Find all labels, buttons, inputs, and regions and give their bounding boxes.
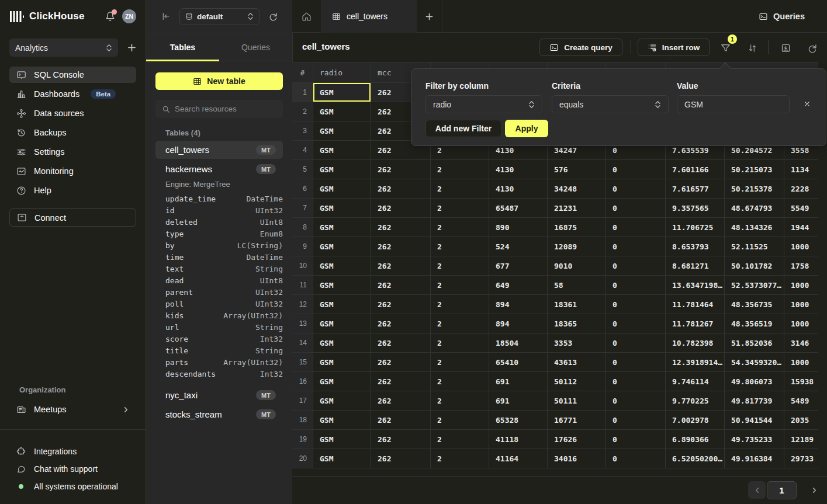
grid-cell[interactable]: 0 <box>606 391 666 411</box>
column-header-radio[interactable]: radio <box>313 62 371 83</box>
collapse-panel-button[interactable] <box>161 12 171 21</box>
grid-cell[interactable]: 2 <box>431 179 489 199</box>
grid-cell[interactable]: 2 <box>431 449 489 468</box>
grid-cell[interactable]: 16771 <box>548 411 606 430</box>
grid-cell[interactable]: 34016 <box>548 449 606 468</box>
grid-cell[interactable]: 262 <box>371 411 431 430</box>
table-item-stocks-stream[interactable]: stocks_streamMT <box>155 405 283 423</box>
grid-cell[interactable]: GSM <box>313 199 371 218</box>
grid-cell[interactable]: GSM <box>313 333 371 353</box>
sidebar-item-help[interactable]: Help <box>9 182 136 199</box>
grid-cell[interactable]: 2 <box>431 430 489 449</box>
grid-cell[interactable]: GSM <box>313 411 371 430</box>
table-item-hackernews[interactable]: hackernewsMT <box>155 160 283 178</box>
grid-cell[interactable]: 262 <box>371 449 431 468</box>
grid-cell[interactable]: GSM <box>313 372 371 391</box>
grid-cell[interactable]: GSM <box>313 353 371 372</box>
grid-cell[interactable]: 50.101782 <box>725 256 784 276</box>
apply-filter-button[interactable]: Apply <box>505 120 548 137</box>
grid-cell[interactable]: 50.215073 <box>725 160 784 179</box>
grid-cell[interactable]: 0 <box>606 411 666 430</box>
grid-cell[interactable]: GSM <box>313 83 371 102</box>
grid-cell[interactable]: 21231 <box>548 199 606 218</box>
grid-cell[interactable]: 4130 <box>489 160 548 179</box>
download-button[interactable] <box>778 42 793 54</box>
grid-cell[interactable]: GSM <box>313 160 371 179</box>
grid-cell[interactable]: 0 <box>606 353 666 372</box>
grid-cell[interactable]: 8.653793 <box>666 237 725 256</box>
tab-queries[interactable]: Queries <box>219 33 292 61</box>
grid-cell[interactable]: GSM <box>313 314 371 333</box>
grid-cell[interactable]: 17626 <box>548 430 606 449</box>
grid-cell[interactable]: 12189 <box>784 430 818 449</box>
grid-cell[interactable]: 0 <box>606 179 666 199</box>
grid-cell[interactable]: 262 <box>371 295 431 314</box>
grid-cell[interactable]: 41164 <box>489 449 548 468</box>
grid-cell[interactable]: 58 <box>548 276 606 295</box>
grid-cell[interactable]: 52.11525 <box>725 237 784 256</box>
grid-cell[interactable]: 48.134326 <box>725 218 784 237</box>
grid-cell[interactable]: 50111 <box>548 391 606 411</box>
grid-cell[interactable]: 43613 <box>548 353 606 372</box>
grid-cell[interactable]: 1134 <box>784 160 818 179</box>
grid-cell[interactable]: 11.781267 <box>666 314 725 333</box>
grid-cell[interactable]: 0 <box>606 276 666 295</box>
grid-cell[interactable]: 2 <box>431 160 489 179</box>
grid-cell[interactable]: 6.890366 <box>666 430 725 449</box>
grid-cell[interactable]: 2 <box>431 276 489 295</box>
grid-cell[interactable]: 890 <box>489 218 548 237</box>
table-item-nyc-taxi[interactable]: nyc_taxiMT <box>155 386 283 404</box>
insert-row-button[interactable]: Insert row <box>638 39 710 56</box>
grid-cell[interactable]: 65487 <box>489 199 548 218</box>
grid-cell[interactable]: 262 <box>371 372 431 391</box>
grid-cell[interactable]: 7.601166 <box>666 160 725 179</box>
filter-criteria-select[interactable]: equals <box>552 95 669 113</box>
grid-cell[interactable]: 0 <box>606 199 666 218</box>
avatar[interactable]: ZN <box>122 9 136 23</box>
grid-cell[interactable]: 262 <box>371 218 431 237</box>
filter-column-select[interactable]: radio <box>425 95 542 113</box>
current-page[interactable]: 1 <box>767 481 797 499</box>
grid-cell[interactable]: 2035 <box>784 411 818 430</box>
grid-cell[interactable]: 1944 <box>784 218 818 237</box>
grid-cell[interactable]: 0 <box>606 237 666 256</box>
grid-cell[interactable]: 0 <box>606 449 666 468</box>
database-select[interactable]: default <box>179 8 259 25</box>
grid-cell[interactable]: GSM <box>313 276 371 295</box>
grid-cell[interactable]: 894 <box>489 295 548 314</box>
grid-cell[interactable]: GSM <box>313 141 371 160</box>
grid-cell[interactable]: 9.770225 <box>666 391 725 411</box>
grid-cell[interactable]: 524 <box>489 237 548 256</box>
grid-cell[interactable]: 5489 <box>784 391 818 411</box>
grid-cell[interactable]: 262 <box>371 276 431 295</box>
grid-cell[interactable]: 10.782398 <box>666 333 725 353</box>
grid-cell[interactable]: 9.746114 <box>666 372 725 391</box>
workspace-select[interactable]: Analytics <box>9 39 118 57</box>
sidebar-item-backups[interactable]: Backups <box>9 124 136 141</box>
grid-cell[interactable]: 691 <box>489 372 548 391</box>
tab-tables[interactable]: Tables <box>146 33 219 61</box>
create-query-button[interactable]: Create query <box>539 39 622 56</box>
grid-cell[interactable]: GSM <box>313 102 371 121</box>
grid-cell[interactable]: 2 <box>431 256 489 276</box>
sidebar-item-data-sources[interactable]: Data sources <box>9 105 136 121</box>
grid-cell[interactable]: 8.681271 <box>666 256 725 276</box>
home-tab-button[interactable] <box>292 0 321 33</box>
grid-cell[interactable]: GSM <box>313 295 371 314</box>
grid-cell[interactable]: 0 <box>606 218 666 237</box>
grid-cell[interactable]: 48.674793 <box>725 199 784 218</box>
grid-cell[interactable]: 1000 <box>784 295 818 314</box>
grid-cell[interactable]: 1000 <box>784 353 818 372</box>
grid-cell[interactable]: 262 <box>371 430 431 449</box>
grid-cell[interactable]: 4130 <box>489 179 548 199</box>
grid-cell[interactable]: 262 <box>371 314 431 333</box>
grid-cell[interactable]: 2 <box>431 314 489 333</box>
grid-cell[interactable]: 29733 <box>784 449 818 468</box>
grid-cell[interactable]: GSM <box>313 256 371 276</box>
remove-filter-button[interactable] <box>801 98 814 110</box>
grid-cell[interactable]: 54.3459320… <box>725 353 784 372</box>
grid-cell[interactable]: 2 <box>431 218 489 237</box>
grid-cell[interactable]: 48.356519 <box>725 314 784 333</box>
grid-cell[interactable]: 0 <box>606 333 666 353</box>
grid-cell[interactable]: 262 <box>371 179 431 199</box>
